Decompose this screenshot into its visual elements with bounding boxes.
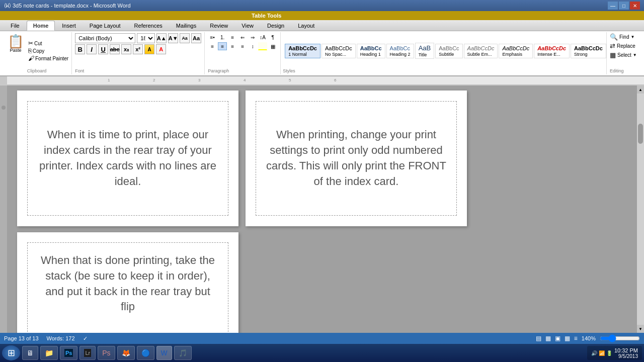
numbering-button[interactable]: 1. xyxy=(218,33,227,41)
view-print-icon[interactable]: ▤ xyxy=(536,335,541,342)
paragraph-group-label: Paragraph xyxy=(208,68,277,73)
ribbon-tabs[interactable]: File Home Insert Page Layout References … xyxy=(0,20,644,31)
title-bar-controls[interactable]: — □ ✕ xyxy=(608,2,640,10)
style-strong[interactable]: AaBbCcDc Strong xyxy=(571,44,606,58)
style-emphasis[interactable]: AaBbCcDc Emphasis xyxy=(499,44,533,58)
replace-button[interactable]: ⇄ Replace xyxy=(610,42,639,50)
taskbar-app2[interactable]: Ps xyxy=(98,346,115,360)
decrease-indent-button[interactable]: ⇐ xyxy=(238,33,247,41)
card-page-3[interactable]: When that is done printing, take the sta… xyxy=(17,232,238,333)
taskbar-lightroom[interactable]: Lr xyxy=(79,346,96,360)
tab-page-layout[interactable]: Page Layout xyxy=(83,21,127,31)
style-intense-em[interactable]: AaBbCcDc Intense E... xyxy=(534,44,570,58)
close-button[interactable]: ✕ xyxy=(630,2,640,10)
taskbar-firefox[interactable]: 🦊 xyxy=(117,346,135,360)
view-web-icon[interactable]: ▣ xyxy=(555,335,560,342)
spell-check-icon[interactable]: ✓ xyxy=(83,335,88,342)
view-outline-icon[interactable]: ▦ xyxy=(565,335,570,342)
superscript-button[interactable]: x² xyxy=(133,44,143,54)
align-center-button[interactable]: ≡ xyxy=(218,42,227,50)
taskbar-vlc[interactable]: 🎵 xyxy=(174,346,192,360)
strikethrough-button[interactable]: abc xyxy=(110,44,120,54)
multilevel-button[interactable]: ≡ xyxy=(228,33,237,41)
copy-button[interactable]: ⎘ Copy xyxy=(28,47,68,54)
find-button[interactable]: 🔍 Find ▼ xyxy=(610,33,639,41)
bold-button[interactable]: B xyxy=(75,44,85,54)
minimize-button[interactable]: — xyxy=(608,2,618,10)
subscript-button[interactable]: x₂ xyxy=(121,44,131,54)
font-color-button[interactable]: A xyxy=(156,44,166,54)
taskbar-folder[interactable]: 📁 xyxy=(40,346,58,360)
taskbar-chrome[interactable]: 🔵 xyxy=(137,346,154,360)
view-fullscreen-icon[interactable]: ▦ xyxy=(545,335,551,342)
paste-button[interactable]: 📋 Paste xyxy=(5,33,26,68)
windows-icon: ⊞ xyxy=(8,347,15,358)
italic-button[interactable]: I xyxy=(87,44,97,54)
clipboard-small-btns: ✂ Cut ⎘ Copy 🖌 Format Painter xyxy=(28,33,68,68)
tab-design[interactable]: Design xyxy=(261,21,291,31)
start-button[interactable]: ⊞ xyxy=(2,345,20,360)
card-page-2[interactable]: When printing, change your print setting… xyxy=(246,90,467,226)
select-button[interactable]: ▦ Select ▼ xyxy=(610,51,639,59)
page-control[interactable] xyxy=(2,106,6,110)
tab-file[interactable]: File xyxy=(4,21,26,31)
clear-format-button[interactable]: Aa xyxy=(180,33,190,43)
justify-button[interactable]: ≡ xyxy=(238,42,247,50)
scroll-down-button[interactable]: ▼ xyxy=(637,325,644,333)
find-icon: 🔍 xyxy=(610,33,618,41)
tab-review[interactable]: Review xyxy=(203,21,234,31)
style-heading1[interactable]: AaBbCc Heading 1 xyxy=(357,44,385,58)
replace-icon: ⇄ xyxy=(610,42,615,50)
cut-button[interactable]: ✂ Cut xyxy=(28,40,68,47)
shading-button[interactable] xyxy=(258,42,267,50)
align-left-button[interactable]: ≡ xyxy=(208,42,217,50)
svg-text:1: 1 xyxy=(108,78,110,82)
style-no-spacing[interactable]: AaBbCcDc No Spac... xyxy=(321,44,356,58)
tab-home[interactable]: Home xyxy=(27,21,55,31)
bullets-button[interactable]: ≡• xyxy=(208,33,217,41)
style-normal[interactable]: AaBbCcDc 1 Normal xyxy=(285,44,320,58)
taskbar-photoshop[interactable]: Ps xyxy=(60,346,77,360)
card-page-1[interactable]: When it is time to print, place our inde… xyxy=(17,90,238,226)
taskbar-explorer[interactable]: 🖥 xyxy=(22,346,38,360)
taskbar-word[interactable]: W xyxy=(156,346,172,360)
borders-button[interactable]: ▦ xyxy=(268,42,277,50)
system-tray: 🔊 📶 🔋 10:32 PM 9/5/2013 xyxy=(587,346,642,360)
word-count: Words: 172 xyxy=(47,335,75,342)
table-tools-label: Table Tools xyxy=(0,11,644,20)
scroll-thumb[interactable] xyxy=(638,124,643,144)
font-size-select[interactable]: 180 xyxy=(137,33,155,43)
tab-view[interactable]: View xyxy=(235,21,260,31)
align-right-button[interactable]: ≡ xyxy=(228,42,237,50)
font-shrink-button[interactable]: A▼ xyxy=(168,33,178,43)
increase-indent-button[interactable]: ⇒ xyxy=(248,33,257,41)
style-title[interactable]: AaB Title xyxy=(415,43,435,59)
show-marks-button[interactable]: ¶ xyxy=(268,33,277,41)
editing-group: 🔍 Find ▼ ⇄ Replace ▦ Select ▼ Editing xyxy=(607,32,642,74)
sort-button[interactable]: ↕A xyxy=(258,33,267,41)
underline-button[interactable]: U xyxy=(98,44,108,54)
view-draft-icon[interactable]: ≡ xyxy=(574,335,578,342)
scroll-up-button[interactable]: ▲ xyxy=(637,85,644,94)
zoom-slider[interactable] xyxy=(600,335,640,341)
change-case-button[interactable]: Aa xyxy=(191,33,201,43)
tab-references[interactable]: References xyxy=(128,21,169,31)
tab-mailings[interactable]: Mailings xyxy=(170,21,203,31)
svg-text:4: 4 xyxy=(244,78,246,82)
format-painter-button[interactable]: 🖌 Format Painter xyxy=(28,55,68,62)
maximize-button[interactable]: □ xyxy=(619,2,629,10)
line-spacing-button[interactable]: ↕ xyxy=(248,42,257,50)
style-subtitle[interactable]: AaBbCc Subtitle xyxy=(435,44,462,58)
font-name-select[interactable]: Calibri (Body) xyxy=(75,33,135,43)
photoshop-icon: Ps xyxy=(64,349,73,357)
tab-insert[interactable]: Insert xyxy=(55,21,83,31)
tab-layout[interactable]: Layout xyxy=(291,21,321,31)
style-subtle-em[interactable]: AaBbCcDc Subtle Em... xyxy=(464,44,498,58)
svg-text:6: 6 xyxy=(334,78,337,82)
text-highlight-button[interactable]: A xyxy=(144,44,154,54)
document-scroll[interactable]: When it is time to print, place our inde… xyxy=(7,85,637,333)
style-heading2[interactable]: AaBbCc Heading 2 xyxy=(386,44,414,58)
vertical-scrollbar[interactable]: ▲ ▼ xyxy=(637,85,644,333)
scroll-track[interactable] xyxy=(638,94,643,325)
font-grow-button[interactable]: A▲ xyxy=(156,33,167,43)
